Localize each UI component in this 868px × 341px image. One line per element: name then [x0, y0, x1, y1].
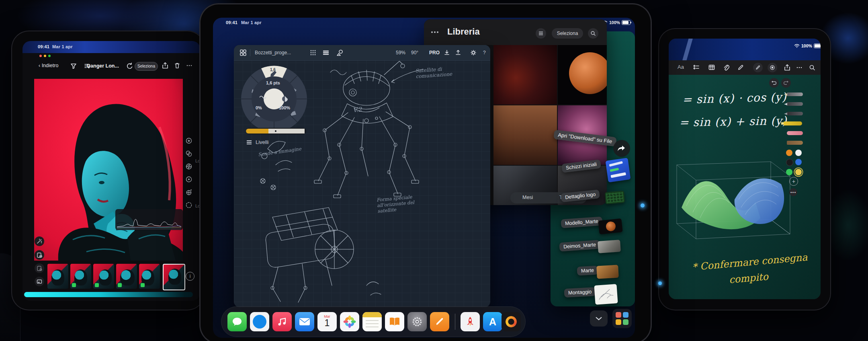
- text-style-button[interactable]: Aa: [678, 64, 684, 70]
- swatch-black[interactable]: [786, 159, 793, 166]
- dock-app-mail[interactable]: [295, 312, 314, 331]
- filmstrip-thumb[interactable]: [139, 264, 160, 289]
- drag-item-thumb-mars-surface[interactable]: [596, 265, 619, 279]
- highlighter-tool-selected[interactable]: [784, 121, 802, 125]
- swatch-yellow-selected[interactable]: [795, 169, 802, 175]
- note-page[interactable]: = sin (x) · cos (y) = sin (x) + sin (y): [669, 75, 821, 299]
- dock-app-notes[interactable]: [362, 312, 382, 331]
- app-library-button[interactable]: [612, 309, 632, 328]
- export-icon[interactable]: [454, 49, 462, 56]
- paste-edits-icon[interactable]: [35, 263, 44, 273]
- info-icon[interactable]: i: [186, 272, 194, 281]
- dots-grid-icon[interactable]: [309, 49, 317, 56]
- import-icon[interactable]: [443, 49, 450, 56]
- swatch-orange[interactable]: [786, 150, 792, 156]
- drag-item-thumb-circuit[interactable]: [605, 191, 625, 204]
- filmstrip-thumb[interactable]: [116, 264, 137, 289]
- rotation-value[interactable]: 90°: [411, 50, 418, 55]
- paperclip-icon[interactable]: [723, 64, 730, 71]
- window-dot-red[interactable]: [39, 55, 42, 57]
- select-button[interactable]: Seleziona: [135, 62, 158, 71]
- checklist-icon[interactable]: [693, 64, 700, 71]
- drag-item-thumb-sticker[interactable]: [606, 158, 631, 182]
- library-more-icon[interactable]: [431, 31, 438, 33]
- dock-app-music[interactable]: [272, 312, 292, 331]
- dock-app-calendar[interactable]: Mar 1: [317, 312, 337, 331]
- magic-wand-icon[interactable]: [35, 236, 44, 246]
- pen-more-button[interactable]: •••: [789, 188, 797, 196]
- drag-item-label[interactable]: Marte: [577, 266, 598, 276]
- dock-app-draw[interactable]: [430, 312, 449, 331]
- duplicate-tool-icon[interactable]: [184, 149, 194, 158]
- share-icon[interactable]: [784, 64, 791, 71]
- undo-button[interactable]: [769, 78, 779, 88]
- dock-app-safari[interactable]: [250, 312, 269, 331]
- drop-share-button[interactable]: [613, 140, 630, 157]
- eraser-tool[interactable]: [787, 131, 803, 135]
- layers-row[interactable]: Livelli: [246, 139, 269, 145]
- dock-app-settings[interactable]: [407, 312, 427, 331]
- layers-menu-icon[interactable]: [322, 49, 330, 56]
- undo-icon[interactable]: [126, 62, 133, 70]
- tab-months[interactable]: Mesi: [522, 195, 533, 200]
- search-icon[interactable]: [809, 64, 816, 71]
- photo-tile-mars-sphere[interactable]: [558, 45, 607, 105]
- pencil-tool[interactable]: [787, 92, 803, 96]
- filmstrip-thumb[interactable]: [47, 264, 68, 289]
- smudge-tool[interactable]: [787, 141, 803, 145]
- pen-tool[interactable]: [787, 102, 803, 106]
- vignette-tool-icon[interactable]: [184, 175, 194, 184]
- library-select-button[interactable]: Seleziona: [552, 28, 583, 39]
- fountain-pen-tool[interactable]: [787, 112, 803, 115]
- drag-item-thumb-deimos[interactable]: [598, 240, 621, 253]
- filmstrip-thumb-selected[interactable]: [163, 264, 185, 290]
- photo-tile-mars-terrain[interactable]: [493, 105, 557, 165]
- photo-tile-nebula-pink[interactable]: [558, 105, 607, 165]
- drag-item-label[interactable]: Montaggio: [564, 287, 596, 298]
- filter-icon[interactable]: [70, 62, 77, 70]
- aperture-tool-icon[interactable]: [184, 162, 194, 171]
- dock-app-rocket[interactable]: [461, 312, 480, 331]
- zoom-level[interactable]: 59%: [396, 50, 405, 55]
- window-dot-green[interactable]: [48, 55, 51, 57]
- edited-photo[interactable]: [34, 79, 183, 261]
- shapes-icon[interactable]: [336, 49, 343, 56]
- hide-dock-chevron-button[interactable]: [590, 310, 608, 327]
- more-icon[interactable]: [796, 64, 803, 71]
- swatch-green[interactable]: [786, 169, 792, 175]
- drag-item-thumb-mars-model[interactable]: [598, 218, 622, 234]
- trash-icon[interactable]: [174, 62, 181, 69]
- dock-app-messages[interactable]: [227, 312, 247, 331]
- back-button[interactable]: ‹ Indietro: [39, 63, 58, 68]
- dock-app-books[interactable]: [385, 312, 404, 331]
- tool-wheel[interactable]: 1,6 1,6 pts 0% 100%: [240, 65, 308, 133]
- photo-star-tool-icon[interactable]: [184, 136, 194, 146]
- selective-tool-icon[interactable]: [184, 200, 194, 210]
- gallery-icon[interactable]: [240, 49, 247, 56]
- filmstrip-thumb[interactable]: [93, 264, 114, 289]
- drag-item-thumb-montage[interactable]: [594, 284, 618, 305]
- dock-app-creative[interactable]: [502, 312, 521, 331]
- copy-edits-icon[interactable]: [35, 250, 44, 260]
- pro-badge[interactable]: PRO: [429, 50, 440, 55]
- swatch-white[interactable]: [795, 150, 802, 156]
- window-dot-yellow[interactable]: [44, 55, 46, 57]
- filmstrip-thumb[interactable]: [70, 264, 91, 289]
- help-button[interactable]: ?: [483, 50, 486, 55]
- smart-pen-button[interactable]: [768, 63, 777, 72]
- stroke-slider[interactable]: [246, 128, 306, 134]
- share-icon[interactable]: [162, 62, 169, 69]
- settings-gear-icon[interactable]: [470, 49, 477, 56]
- watermark-icon[interactable]: [35, 277, 44, 286]
- dock-app-photos[interactable]: [340, 312, 359, 331]
- color-wheel-tool-icon[interactable]: [184, 187, 194, 197]
- table-icon[interactable]: [708, 64, 715, 71]
- sketch-title[interactable]: Bozzetti_proge...: [255, 50, 291, 55]
- photo-tile-nebula-flame[interactable]: [493, 45, 557, 105]
- library-search-button[interactable]: [588, 28, 598, 39]
- window-controls[interactable]: [39, 55, 51, 57]
- more-icon[interactable]: [186, 62, 193, 69]
- marker-icon[interactable]: [737, 64, 744, 71]
- redo-button[interactable]: [781, 78, 791, 88]
- dock-app-appstore[interactable]: A: [483, 312, 502, 331]
